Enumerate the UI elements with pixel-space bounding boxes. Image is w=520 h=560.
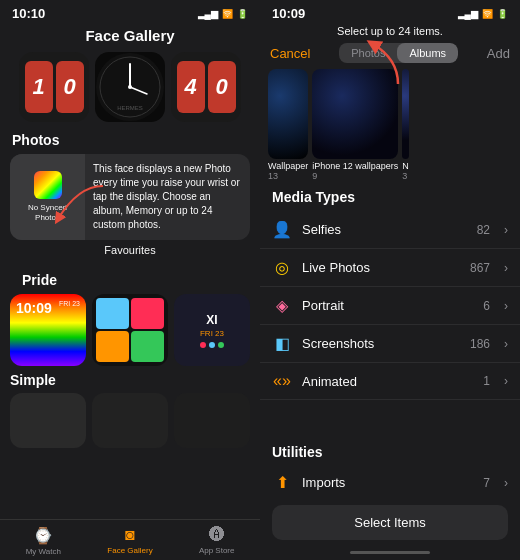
animated-label: Animated bbox=[302, 374, 473, 389]
portrait-chevron-icon: › bbox=[504, 299, 508, 313]
comp-date: FRI 23 bbox=[200, 329, 224, 338]
simple-face-1[interactable] bbox=[10, 393, 86, 448]
right-time: 10:09 bbox=[272, 6, 305, 21]
portrait-label: Portrait bbox=[302, 298, 473, 313]
selfies-label: Selfies bbox=[302, 222, 467, 237]
simple-face-2[interactable] bbox=[92, 393, 168, 448]
pride-faces-row: 10:09 FRI 23 XI FRI 23 bbox=[10, 294, 250, 366]
live-photos-chevron-icon: › bbox=[504, 261, 508, 275]
digit-1: 1 bbox=[25, 61, 53, 113]
media-item-live-photos[interactable]: ◎ Live Photos 867 › bbox=[260, 249, 520, 287]
imports-chevron-icon: › bbox=[504, 476, 508, 490]
album-n-name: N bbox=[402, 161, 409, 171]
app-store-nav-icon: 🅐 bbox=[209, 526, 225, 544]
favourites-label: Favourites bbox=[10, 240, 250, 262]
media-item-selfies[interactable]: 👤 Selfies 82 › bbox=[260, 211, 520, 249]
pride-time: 10:09 bbox=[16, 300, 52, 316]
left-status-bar: 10:10 ▂▄▆ 🛜 🔋 bbox=[0, 0, 260, 23]
watch-faces-row: 1 0 HERMES 4 0 bbox=[0, 52, 260, 132]
nav-app-store-label: App Store bbox=[199, 546, 235, 555]
nav-app-store[interactable]: 🅐 App Store bbox=[173, 520, 260, 560]
left-time: 10:10 bbox=[12, 6, 45, 21]
color-block-2 bbox=[131, 298, 164, 329]
photos-section: No Synced Photos This face displays a ne… bbox=[0, 154, 260, 272]
face-gallery-title: Face Gallery bbox=[0, 23, 260, 52]
comp-time: XI bbox=[206, 313, 217, 327]
portrait-icon: ◈ bbox=[272, 296, 292, 315]
watch-face-1[interactable]: 1 0 bbox=[19, 52, 89, 122]
photos-section-label: Photos bbox=[0, 132, 260, 154]
simple-section: Simple bbox=[0, 372, 260, 454]
color-block-3 bbox=[96, 331, 129, 362]
simple-faces-row bbox=[10, 393, 250, 448]
red-arrow-svg bbox=[353, 39, 408, 89]
media-item-portrait[interactable]: ◈ Portrait 6 › bbox=[260, 287, 520, 325]
simple-face-3[interactable] bbox=[174, 393, 250, 448]
color-block-4 bbox=[131, 331, 164, 362]
pride-face-1[interactable]: 10:09 FRI 23 bbox=[10, 294, 86, 366]
screenshots-icon: ◧ bbox=[272, 334, 292, 353]
imports-icon: ⬆ bbox=[272, 473, 292, 492]
album-wallpaper[interactable]: Wallpaper 13 bbox=[268, 69, 308, 181]
animated-count: 1 bbox=[483, 374, 490, 388]
watch-face-3[interactable]: 4 0 bbox=[171, 52, 241, 122]
portrait-count: 6 bbox=[483, 299, 490, 313]
tooltip-arrow bbox=[48, 181, 108, 226]
right-signal-icon: ▂▄▆ bbox=[458, 9, 478, 19]
album-wallpaper-thumb bbox=[268, 69, 308, 159]
screenshots-count: 186 bbox=[470, 337, 490, 351]
screenshots-chevron-icon: › bbox=[504, 337, 508, 351]
right-status-icons: ▂▄▆ 🛜 🔋 bbox=[458, 9, 508, 19]
photos-card[interactable]: No Synced Photos This face displays a ne… bbox=[10, 154, 250, 240]
pride-face-3[interactable]: XI FRI 23 bbox=[174, 294, 250, 366]
albums-grid: Wallpaper 13 iPhone 12 wallpapers 9 N 3 bbox=[260, 69, 520, 189]
watch-face-2[interactable]: HERMES bbox=[95, 52, 165, 122]
color-block-1 bbox=[96, 298, 129, 329]
selfies-chevron-icon: › bbox=[504, 223, 508, 237]
right-panel: 10:09 ▂▄▆ 🛜 🔋 Select up to 24 items. Can… bbox=[260, 0, 520, 560]
album-wallpaper-count: 13 bbox=[268, 171, 308, 181]
pride-face-2[interactable] bbox=[92, 294, 168, 366]
pride-section: Pride 10:09 FRI 23 XI FRI 23 bbox=[0, 272, 260, 372]
left-bottom-nav: ⌚ My Watch ◙ Face Gallery 🅐 App Store bbox=[0, 519, 260, 560]
digit-3: 4 bbox=[177, 61, 205, 113]
home-bar bbox=[350, 551, 430, 554]
album-iphone12-count: 9 bbox=[312, 171, 398, 181]
comp-dot-2 bbox=[209, 342, 215, 348]
digit-4: 0 bbox=[208, 61, 236, 113]
imports-count: 7 bbox=[483, 476, 490, 490]
wifi-icon: 🛜 bbox=[222, 9, 233, 19]
selfies-count: 82 bbox=[477, 223, 490, 237]
selfies-icon: 👤 bbox=[272, 220, 292, 239]
svg-point-4 bbox=[128, 85, 132, 89]
svg-text:HERMES: HERMES bbox=[117, 105, 143, 111]
right-wifi-icon: 🛜 bbox=[482, 9, 493, 19]
photos-tooltip: This face displays a new Photo every tim… bbox=[85, 154, 250, 240]
simple-label: Simple bbox=[10, 372, 250, 393]
left-panel: 10:10 ▂▄▆ 🛜 🔋 Face Gallery 1 0 HERMES bbox=[0, 0, 260, 560]
media-types-header: Media Types bbox=[260, 189, 520, 211]
imports-label: Imports bbox=[302, 475, 473, 490]
utilities-header: Utilities bbox=[260, 438, 520, 464]
nav-face-gallery-label: Face Gallery bbox=[107, 546, 152, 555]
nav-my-watch[interactable]: ⌚ My Watch bbox=[0, 520, 87, 560]
select-items-button[interactable]: Select Items bbox=[272, 505, 508, 540]
comp-dot-3 bbox=[218, 342, 224, 348]
left-status-icons: ▂▄▆ 🛜 🔋 bbox=[198, 9, 248, 19]
media-item-animated[interactable]: «» Animated 1 › bbox=[260, 363, 520, 400]
animated-icon: «» bbox=[272, 372, 292, 390]
right-status-bar: 10:09 ▂▄▆ 🛜 🔋 bbox=[260, 0, 520, 23]
pride-label: Pride bbox=[10, 272, 250, 294]
nav-face-gallery[interactable]: ◙ Face Gallery bbox=[87, 520, 174, 560]
cancel-button[interactable]: Cancel bbox=[270, 46, 310, 61]
album-iphone12-name: iPhone 12 wallpapers bbox=[312, 161, 398, 171]
screenshots-label: Screenshots bbox=[302, 336, 460, 351]
watch-nav-icon: ⌚ bbox=[33, 526, 53, 545]
media-item-screenshots[interactable]: ◧ Screenshots 186 › bbox=[260, 325, 520, 363]
album-n-count: 3 bbox=[402, 171, 409, 181]
album-iphone12[interactable]: iPhone 12 wallpapers 9 bbox=[312, 69, 398, 181]
digit-2: 0 bbox=[56, 61, 84, 113]
add-button[interactable]: Add bbox=[487, 46, 510, 61]
imports-item[interactable]: ⬆ Imports 7 › bbox=[260, 464, 520, 501]
signal-icon: ▂▄▆ bbox=[198, 9, 218, 19]
